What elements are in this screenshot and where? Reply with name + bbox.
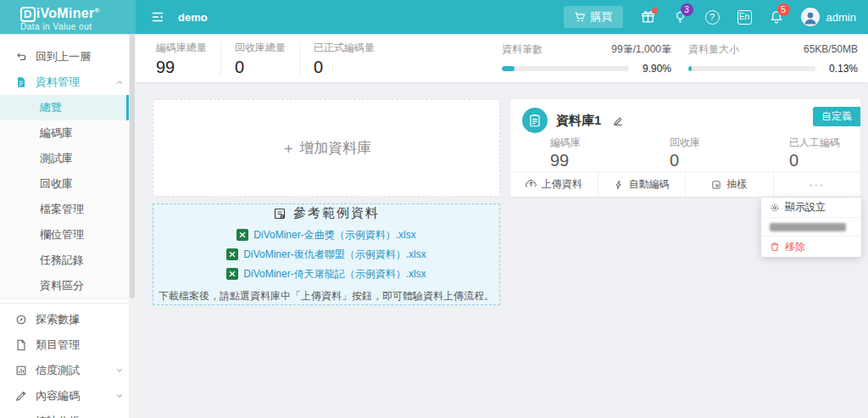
sidebar-subitem-coding-library[interactable]: 編碼庫 (0, 120, 129, 146)
sidebar-subitem-recycle-library[interactable]: 回收庫 (0, 171, 129, 197)
stats-bar: 編碼庫總量 99 回收庫總量 0 已正式編碼量 0 資料筆數 99筆/1,000… (136, 34, 868, 82)
menu-fold-icon[interactable] (151, 10, 164, 24)
excel-icon (226, 248, 238, 260)
stat-recycle-total: 回收庫總量 0 (235, 41, 300, 76)
sidebar-subitem-label: 資料區分 (40, 278, 84, 293)
progress-track (688, 66, 815, 71)
more-dots-icon: ··· (810, 179, 825, 191)
sidebar-subitem-task-record[interactable]: 任務記錄 (0, 248, 129, 273)
bell-icon[interactable]: 5 (770, 10, 783, 24)
sidebar-item-content-coding[interactable]: 內容編碼 (0, 383, 136, 409)
file-icon (15, 339, 27, 351)
stat-value: 99 (156, 58, 207, 76)
avatar[interactable] (801, 8, 820, 26)
buy-button[interactable]: 購買 (564, 6, 623, 28)
sample-file-link[interactable]: DiVoMiner-金曲獎（示例資料）.xlsx (236, 226, 415, 243)
action-label: 抽樣 (726, 177, 747, 192)
sample-file-name: DiVoMiner-復仇者聯盟（示例資料）.xlsx (243, 246, 426, 263)
menu-item-label: 顯示設立 (785, 200, 826, 215)
stat-coded-total: 已正式編碼量 0 (314, 41, 388, 76)
trash-icon (770, 242, 780, 252)
chevron-down-icon (115, 392, 124, 400)
sidebar-subitem-label: 測試庫 (40, 151, 73, 166)
sidebar-subitem-field-management[interactable]: 欄位管理 (0, 222, 129, 248)
sidebar-item-category-management[interactable]: 類目管理 (0, 332, 136, 358)
app-logo: DiVoMiner® Data in Value out (0, 0, 136, 34)
sidebar-item-label: 信度測試 (36, 363, 80, 378)
quota-label: 資料筆數 (502, 42, 542, 57)
bulb-icon[interactable]: 3 (673, 10, 687, 25)
sidebar-subitem-label: 編碼庫 (40, 125, 73, 141)
samples-note: 下載檔案後，請點選資料庫中「上傳資料」按鈕，即可體驗資料上傳流程。 (159, 289, 494, 304)
pencil-icon (15, 390, 27, 402)
sample-file-link[interactable]: DiVoMiner-倚天屠龍記（示例資料）.xlsx (226, 265, 426, 282)
reference-samples-box: 參考範例資料 DiVoMiner-金曲獎（示例資料）.xlsx DiVoMine… (153, 203, 500, 305)
sidebar-item-label: 類目管理 (36, 337, 80, 353)
chevron-down-icon (115, 366, 124, 375)
bell-badge: 5 (777, 3, 790, 16)
menu-item-label: 移除 (785, 240, 805, 254)
quota-percent: 0.13% (822, 63, 858, 75)
sidebar-item-statistics[interactable]: 統計分析 (0, 409, 136, 418)
add-database-button[interactable]: ＋ 增加資料庫 (153, 99, 500, 197)
sidebar-item-label: 探索數據 (36, 312, 80, 327)
samples-title-label: 參考範例資料 (293, 205, 380, 221)
metric-label: 已人工編碼 (789, 136, 840, 150)
help-glyph: ? (709, 11, 715, 23)
gift-notification-dot (652, 8, 658, 14)
metric-label: 編碼庫 (550, 136, 581, 150)
stat-coding-total: 編碼庫總量 99 (156, 41, 221, 76)
language-label: En (739, 11, 749, 23)
stat-label: 回收庫總量 (235, 41, 286, 55)
stat-value: 0 (314, 58, 375, 76)
sample-file-link[interactable]: DiVoMiner-復仇者聯盟（示例資料）.xlsx (226, 246, 426, 263)
card-context-menu: 顯示設立 移除 (761, 198, 861, 257)
progress-fill (688, 66, 692, 71)
quota-usage: 65KB/50MB (804, 43, 858, 55)
language-icon[interactable]: En (737, 10, 752, 25)
stat-label: 已正式編碼量 (314, 41, 375, 55)
metric-label: 回收庫 (670, 136, 700, 150)
logo-text: iVoMiner (36, 6, 95, 20)
metric-coding-library: 編碼庫 99 (550, 136, 581, 170)
quota-data-size: 資料量大小 65KB/50MB 0.13% (688, 42, 858, 75)
main-content: ＋ 增加資料庫 資料庫1 自定義 編碼庫 99 回收庫 (136, 82, 868, 418)
sidebar-subitem-label: 總覽 (40, 100, 62, 115)
quota-data-count: 資料筆數 99筆/1,000筆 9.90% (502, 42, 671, 75)
logo-title: DiVoMiner® (20, 3, 136, 22)
edit-icon[interactable] (613, 115, 624, 126)
metric-value: 99 (550, 151, 581, 170)
sampling-icon (711, 180, 721, 190)
sidebar-subitem-file-management[interactable]: 檔案管理 (0, 197, 129, 222)
user-name[interactable]: admin (826, 11, 856, 24)
gear-icon (770, 203, 780, 213)
upload-data-button[interactable]: 上傳資料 (510, 172, 598, 197)
sidebar-item-label: 資料管理 (36, 75, 80, 90)
sidebar-item-data-management[interactable]: 資料管理 (0, 70, 136, 95)
more-actions-button[interactable]: ··· (774, 172, 861, 197)
sidebar-item-back[interactable]: 回到上一層 (0, 44, 136, 70)
project-name: demo (178, 11, 208, 24)
menu-item-display-settings[interactable]: 顯示設立 (761, 198, 861, 218)
gift-icon[interactable] (641, 10, 655, 25)
chevron-up-icon (115, 78, 124, 86)
sampling-button[interactable]: 抽樣 (686, 172, 774, 197)
sidebar-subitem-test-library[interactable]: 測試庫 (0, 146, 129, 171)
action-label: 上傳資料 (542, 177, 582, 192)
metric-value: 0 (789, 151, 840, 170)
quota-usage: 99筆/1,000筆 (611, 42, 671, 57)
sidebar-subitem-overview[interactable]: 總覽 (0, 95, 129, 120)
help-icon[interactable]: ? (705, 10, 720, 25)
sidebar-scrollbar[interactable] (129, 34, 136, 418)
sidebar-item-reliability-test[interactable]: 信度測試 (0, 358, 136, 383)
auto-coding-button[interactable]: 自動編碼 (598, 172, 687, 197)
cart-icon (574, 11, 586, 23)
menu-item-remove[interactable]: 移除 (761, 237, 861, 257)
sidebar-item-explore-data[interactable]: 探索數據 (0, 307, 136, 332)
quota-label: 資料量大小 (688, 42, 739, 57)
sidebar-subitem-data-partition[interactable]: 資料區分 (0, 273, 129, 298)
upload-icon (526, 179, 537, 190)
sidebar-scrollbar-thumb[interactable] (130, 36, 135, 298)
samples-title: 參考範例資料 (273, 205, 380, 221)
menu-item-redacted[interactable] (761, 218, 861, 237)
